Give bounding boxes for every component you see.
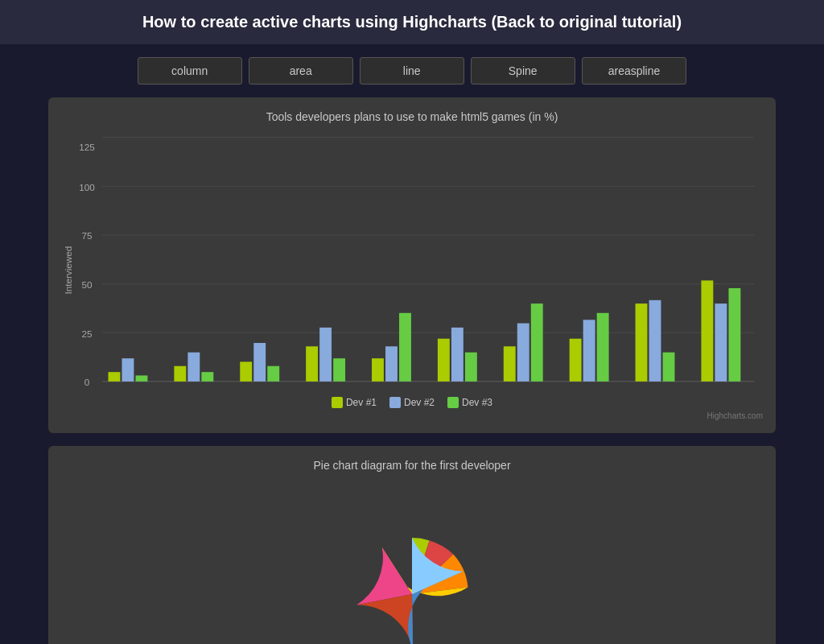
bar-chart-title: Tools developers plans to use to make ht… <box>61 110 763 123</box>
bar-chart-container: Tools developers plans to use to make ht… <box>48 97 776 433</box>
bar-canvas-dev2 <box>649 300 661 382</box>
bar-processing-dev3 <box>136 375 148 381</box>
cat-javascript: Javascript <box>703 389 742 390</box>
bar-ease-dev1 <box>306 346 318 382</box>
bar-webgl-dev2 <box>451 328 464 382</box>
line-button[interactable]: line <box>360 57 464 85</box>
bar-ease-dev2 <box>319 328 332 382</box>
bar-js-dev3 <box>728 288 740 382</box>
bar-webgl-dev3 <box>465 353 477 382</box>
cat-css: CSS <box>582 389 599 390</box>
highcharts-credit: Highcharts.com <box>61 411 763 420</box>
y-axis-label: Interviewed <box>63 246 73 295</box>
column-button[interactable]: column <box>138 57 242 85</box>
bar-impact-dev3 <box>201 372 213 382</box>
bar-ease-dev3 <box>333 358 345 382</box>
areaspline-button[interactable]: areaspline <box>582 57 687 85</box>
bar-css-dev1 <box>570 339 582 382</box>
bar-chart-area: 0 25 50 75 100 125 Interviewed Processin… <box>61 133 763 390</box>
bar-other-dev3 <box>267 366 279 382</box>
bar-box2d-dev1 <box>372 358 384 382</box>
bar-box2d-dev3 <box>399 313 411 382</box>
y-tick-50: 50 <box>81 279 93 290</box>
bar-chart-legend: Dev #1 Dev #2 Dev #3 <box>61 397 763 408</box>
legend-color-dev1 <box>332 397 343 408</box>
bar-webgl-dev1 <box>438 339 450 382</box>
legend-dev3: Dev #3 <box>447 397 492 408</box>
chart-type-toolbar: column area line Spine areaspline <box>0 44 824 97</box>
legend-label-dev2: Dev #2 <box>404 397 435 408</box>
legend-color-dev3 <box>447 397 459 408</box>
legend-dev1: Dev #1 <box>332 397 377 408</box>
bar-canvas-dev3 <box>663 353 675 382</box>
bar-css-dev2 <box>583 320 595 382</box>
bar-dom-dev3 <box>531 303 543 382</box>
pie-chart-svg <box>348 530 476 644</box>
page-header: How to create active charts using Highch… <box>0 0 824 44</box>
y-tick-0: 0 <box>84 377 90 387</box>
bar-processing-dev1 <box>108 372 120 382</box>
pie-chart-area <box>61 481 763 644</box>
bar-js-dev2 <box>715 303 727 382</box>
pie-chart-container: Pie chart diagram for the first develope… <box>48 446 776 644</box>
bar-box2d-dev2 <box>385 346 398 382</box>
bar-js-dev1 <box>701 280 713 381</box>
bar-chart-svg: 0 25 50 75 100 125 Interviewed Processin… <box>61 133 763 390</box>
bar-css-dev3 <box>597 313 609 382</box>
bar-processing-dev2 <box>122 358 134 382</box>
cat-impact: Impact.js <box>179 389 213 390</box>
cat-dom: DOM <box>515 389 535 390</box>
cat-webgl: WebGL <box>445 389 474 390</box>
bar-other-dev1 <box>240 361 252 381</box>
page-title: How to create active charts using Highch… <box>13 13 811 31</box>
legend-label-dev3: Dev #3 <box>462 397 492 408</box>
bar-dom-dev2 <box>517 324 529 382</box>
bar-canvas-dev1 <box>636 303 648 382</box>
cat-canvas: Canvas <box>642 389 671 390</box>
bar-dom-dev1 <box>504 346 516 382</box>
cat-box2d: Box2D.js <box>376 389 410 390</box>
y-tick-25: 25 <box>81 328 93 339</box>
cat-processing: Processing.js <box>103 389 154 390</box>
cat-ease: Ease.js <box>313 389 341 390</box>
y-tick-100: 100 <box>79 182 95 192</box>
bar-impact-dev1 <box>174 366 186 382</box>
legend-dev2: Dev #2 <box>389 397 435 408</box>
legend-label-dev1: Dev #1 <box>346 397 377 408</box>
y-tick-125: 125 <box>79 142 95 152</box>
area-button[interactable]: area <box>249 57 353 85</box>
legend-color-dev2 <box>389 397 401 408</box>
y-tick-75: 75 <box>81 230 93 241</box>
cat-other: Other <box>251 389 273 390</box>
bar-impact-dev2 <box>187 353 200 382</box>
spine-button[interactable]: Spine <box>471 57 575 85</box>
bar-other-dev2 <box>253 343 266 382</box>
pie-chart-title: Pie chart diagram for the first develope… <box>61 459 763 472</box>
